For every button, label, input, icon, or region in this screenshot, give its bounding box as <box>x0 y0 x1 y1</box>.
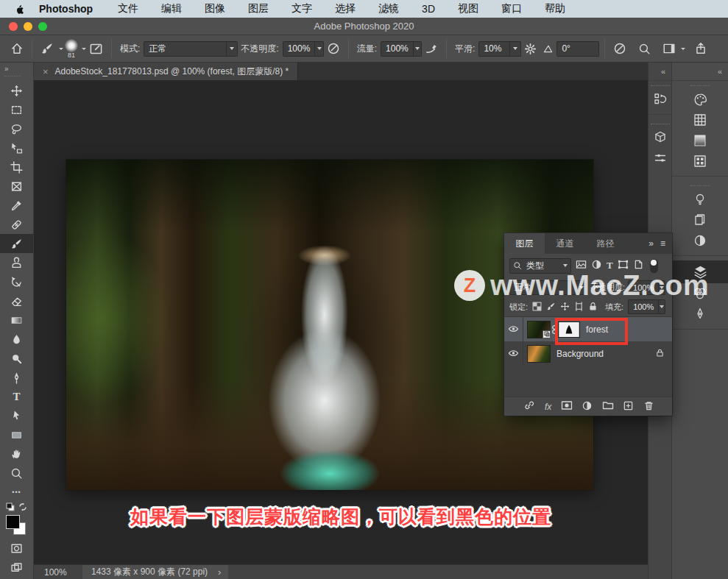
status-chevron-icon[interactable]: › <box>218 566 221 578</box>
lasso-tool[interactable] <box>0 119 33 138</box>
app-menu-photoshop[interactable]: Photoshop <box>39 3 93 15</box>
dock-collapse-button[interactable]: « <box>718 67 722 76</box>
panel-grip[interactable] <box>690 185 710 186</box>
channels-panel-icon[interactable] <box>672 283 728 304</box>
type-tool[interactable]: T <box>0 387 33 406</box>
properties-panel-icon[interactable] <box>653 148 668 168</box>
hand-tool[interactable] <box>0 444 33 463</box>
flow-select[interactable]: 100% <box>381 41 422 57</box>
brush-tool[interactable] <box>0 234 33 253</box>
close-window-button[interactable] <box>9 22 18 31</box>
smoothing-options-gear-icon[interactable] <box>521 43 540 55</box>
libraries-panel-icon[interactable] <box>672 210 728 230</box>
paths-panel-icon[interactable] <box>672 304 728 324</box>
layer-thumbnail[interactable] <box>527 321 551 338</box>
lock-position-icon[interactable] <box>560 302 570 313</box>
filter-pixel-layers-icon[interactable] <box>576 259 587 272</box>
home-button[interactable] <box>7 42 26 55</box>
lock-transparency-icon[interactable] <box>532 302 542 313</box>
brush-tool-preset-icon[interactable] <box>38 42 57 55</box>
zoom-tool[interactable] <box>0 463 33 483</box>
menu-edit[interactable]: 编辑 <box>157 2 186 15</box>
lock-artboard-icon[interactable] <box>574 302 584 313</box>
search-icon[interactable] <box>635 43 654 55</box>
frame-tool[interactable] <box>0 177 33 196</box>
crop-tool[interactable] <box>0 157 33 177</box>
add-layer-mask-button[interactable] <box>561 399 573 413</box>
menu-3d[interactable]: 3D <box>417 3 439 15</box>
shape-tool[interactable] <box>0 425 33 444</box>
gradient-tool[interactable] <box>0 310 33 330</box>
clone-stamp-tool[interactable] <box>0 253 33 272</box>
tab-paths[interactable]: 路径 <box>585 233 626 254</box>
zoom-level-field[interactable]: 100% <box>44 567 82 578</box>
brush-preset-chevron[interactable] <box>59 48 63 50</box>
menu-select[interactable]: 选择 <box>331 2 360 15</box>
workspace-chevron[interactable] <box>681 48 685 50</box>
swatches-panel-icon[interactable] <box>672 110 728 130</box>
opacity-select[interactable]: 100% <box>283 41 324 57</box>
minimize-window-button[interactable] <box>24 22 32 31</box>
menu-layer[interactable]: 图层 <box>244 2 273 15</box>
pen-tool[interactable] <box>0 368 33 387</box>
patterns-panel-icon[interactable] <box>672 151 728 171</box>
panel-menu-icon[interactable]: ≡ <box>660 238 665 249</box>
apple-menu-icon[interactable] <box>15 4 24 15</box>
toolbar-grip[interactable] <box>4 76 21 77</box>
lock-all-icon[interactable] <box>588 302 598 313</box>
share-image-button[interactable] <box>691 42 710 55</box>
toolbar-expand-button[interactable]: » <box>4 65 9 73</box>
menu-window[interactable]: 窗口 <box>497 2 526 15</box>
filter-type-select[interactable]: 类型 <box>509 258 571 274</box>
3d-panel-icon[interactable] <box>653 127 668 148</box>
layer-blend-mode-select[interactable]: 正常 <box>509 280 587 295</box>
brush-angle-field[interactable]: 0° <box>556 41 599 57</box>
quick-mask-mode-button[interactable] <box>0 539 33 558</box>
tab-layers[interactable]: 图层 <box>504 233 545 254</box>
new-group-button[interactable] <box>602 399 614 413</box>
blend-mode-select[interactable]: 正常 <box>144 41 238 57</box>
path-selection-tool[interactable] <box>0 406 33 425</box>
airbrush-toggle-button[interactable] <box>422 42 441 55</box>
move-tool[interactable] <box>0 81 33 100</box>
tab-channels[interactable]: 通道 <box>545 233 585 254</box>
layer-visibility-toggle[interactable] <box>504 317 523 341</box>
zoom-window-button[interactable] <box>38 22 47 31</box>
history-panel-icon[interactable] <box>653 89 668 110</box>
document-info-field[interactable]: 1433 像素 x 900 像素 (72 ppi) › <box>82 565 228 579</box>
filter-shape-layers-icon[interactable] <box>618 259 629 272</box>
menu-image[interactable]: 图像 <box>200 2 230 15</box>
menu-file[interactable]: 文件 <box>113 2 143 15</box>
toggle-brush-settings-panel-button[interactable] <box>86 42 106 56</box>
history-brush-tool[interactable] <box>0 272 33 291</box>
smoothing-select[interactable]: 10% <box>478 41 521 57</box>
link-layers-icon[interactable] <box>523 399 535 413</box>
dodge-tool[interactable] <box>0 349 33 368</box>
swap-colors-icon[interactable] <box>18 501 27 514</box>
menu-filter[interactable]: 滤镜 <box>374 2 403 15</box>
delete-layer-button[interactable] <box>643 400 654 413</box>
layer-thumbnail[interactable] <box>527 345 551 363</box>
workspace-switcher-button[interactable] <box>660 42 679 55</box>
menu-view[interactable]: 视图 <box>453 2 483 15</box>
layers-panel-icon[interactable] <box>672 260 728 283</box>
color-panel-icon[interactable] <box>672 89 728 110</box>
document-tab[interactable]: × AdobeStock_181778013.psd @ 100% (fores… <box>34 63 298 80</box>
size-pressure-button[interactable] <box>610 42 629 55</box>
adjustments-panel-icon[interactable] <box>672 230 728 251</box>
close-tab-icon[interactable]: × <box>43 66 49 77</box>
blur-tool[interactable] <box>0 330 33 349</box>
filter-type-layers-icon[interactable]: T <box>607 260 613 271</box>
new-adjustment-layer-button[interactable] <box>582 400 593 413</box>
learn-panel-icon[interactable] <box>672 189 728 210</box>
filter-smart-objects-icon[interactable] <box>633 259 644 272</box>
filter-adjustment-layers-icon[interactable] <box>591 259 602 272</box>
default-colors-icon[interactable] <box>6 501 15 514</box>
layer-visibility-toggle[interactable] <box>504 341 523 366</box>
dock-collapse-button[interactable]: « <box>661 67 665 76</box>
menu-type[interactable]: 文字 <box>287 2 317 15</box>
healing-brush-tool[interactable] <box>0 215 33 234</box>
gradients-panel-icon[interactable] <box>672 130 728 151</box>
object-selection-tool[interactable] <box>0 138 33 157</box>
menu-help[interactable]: 帮助 <box>540 2 570 15</box>
